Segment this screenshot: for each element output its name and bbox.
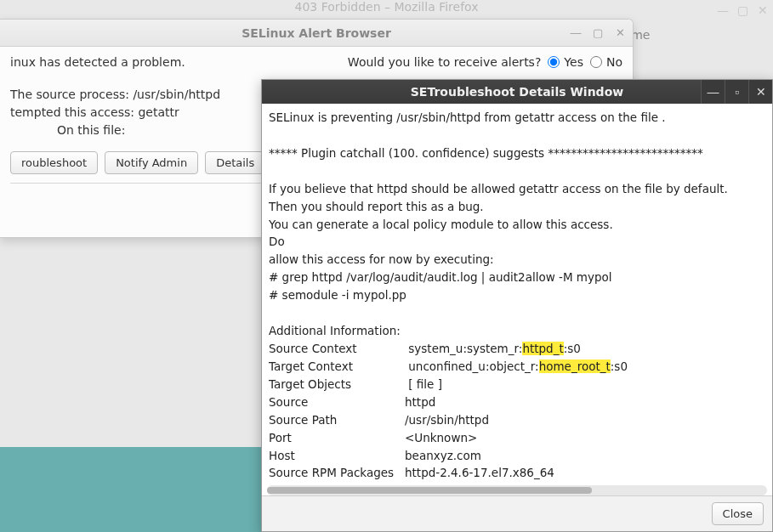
scrollbar-thumb[interactable] xyxy=(267,487,592,494)
notify-admin-button[interactable]: Notify Admin xyxy=(105,151,198,174)
details-maximize-button[interactable]: ▫ xyxy=(725,80,748,104)
receive-alerts-label: Would you like to receive alerts? xyxy=(348,55,541,69)
radio-no-input[interactable] xyxy=(590,56,602,68)
alert-minimize-button[interactable]: — xyxy=(570,27,582,39)
radio-yes[interactable]: Yes xyxy=(548,55,583,69)
alert-close-button[interactable]: ✕ xyxy=(614,27,626,39)
details-minimize-button[interactable]: — xyxy=(701,80,725,104)
details-button[interactable]: Details xyxy=(205,151,265,174)
bg-minimize-icon: — xyxy=(717,3,725,12)
bg-close-icon: ✕ xyxy=(758,3,766,12)
radio-yes-input[interactable] xyxy=(548,56,560,68)
details-close-button[interactable]: ✕ xyxy=(748,80,772,104)
details-titlebar[interactable]: SETroubleshoot Details Window — ▫ ✕ xyxy=(262,80,772,104)
alert-titlebar[interactable]: SELinux Alert Browser — ▢ ✕ xyxy=(0,20,633,47)
target-context-highlight: home_root_t xyxy=(539,359,611,373)
radio-no-label: No xyxy=(606,55,622,69)
details-content: SELinux is preventing /usr/sbin/httpd fr… xyxy=(262,104,772,495)
horizontal-scrollbar[interactable] xyxy=(267,485,767,495)
setroubleshoot-details-window: SETroubleshoot Details Window — ▫ ✕ SELi… xyxy=(261,79,773,532)
details-text: SELinux is preventing /usr/sbin/httpd fr… xyxy=(262,104,772,487)
bg-maximize-icon: ▢ xyxy=(737,3,746,12)
radio-no[interactable]: No xyxy=(590,55,622,69)
alert-maximize-button[interactable]: ▢ xyxy=(592,27,604,39)
radio-yes-label: Yes xyxy=(564,55,583,69)
source-context-highlight: httpd_t xyxy=(522,342,563,355)
details-title: SETroubleshoot Details Window xyxy=(411,85,623,99)
alert-detected-text: inux has detected a problem. xyxy=(10,55,185,69)
alert-title: SELinux Alert Browser xyxy=(242,26,391,40)
close-button[interactable]: Close xyxy=(712,502,764,525)
firefox-title: 403 Forbidden – Mozilla Firefox — ▢ ✕ xyxy=(0,0,773,19)
troubleshoot-button[interactable]: roubleshoot xyxy=(10,151,98,174)
